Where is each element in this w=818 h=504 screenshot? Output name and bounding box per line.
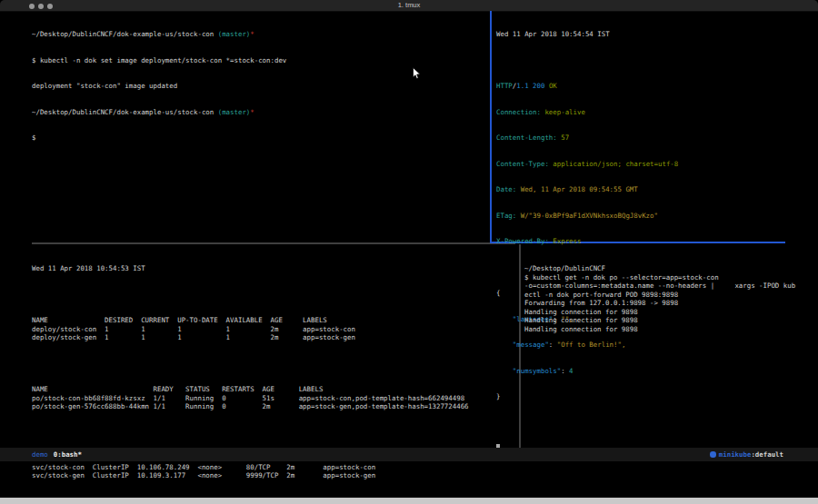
watch-timestamp: Wed 11 Apr 2018 10:54:53 IST: [32, 264, 514, 273]
git-branch: (master): [218, 108, 251, 116]
prompt-line: ~/Desktop/DublinCNCF/dok-example-us/stoc…: [32, 30, 482, 39]
header-name: Connection:: [496, 108, 541, 116]
git-branch: (master): [218, 30, 251, 38]
header-value: keep-alive: [544, 108, 585, 116]
window-tab[interactable]: 0:bash*: [54, 450, 82, 459]
kube-namespace: :default: [751, 450, 783, 459]
terminal-window: 1. tmux ~/Desktop/DublinCNCF/dok-example…: [0, 0, 818, 504]
pane-top-left[interactable]: ~/Desktop/DublinCNCF/dok-example-us/stoc…: [32, 13, 482, 160]
http-header: Content-Length:57: [496, 133, 783, 143]
json-value: 4: [569, 367, 573, 375]
session-name: demo: [32, 450, 48, 459]
status-right: minikube:default: [710, 448, 783, 461]
http-header: X-Powered-By:Express: [496, 237, 783, 246]
header-value: application/json; charset=utf-8: [553, 160, 678, 168]
header-name: ETag:: [496, 212, 516, 220]
prompt-symbol: $: [32, 133, 482, 143]
header-name: Date:: [496, 185, 516, 193]
header-name: Content-Type:: [496, 160, 549, 168]
prompt-path: ~/Desktop/DublinCNCF/dok-example-us/stoc…: [32, 108, 218, 116]
header-value: Express: [553, 237, 581, 245]
pods-table: NAME READY STATUS RESTARTS AGE LABELS po…: [32, 385, 514, 411]
title-bar: 1. tmux: [0, 0, 818, 12]
pane-top-right[interactable]: Wed 11 Apr 2018 10:54:54 IST HTTP/1.1 20…: [496, 13, 783, 470]
kubernetes-icon: [710, 451, 716, 458]
header-value: 57: [561, 133, 569, 142]
git-dirty-flag: *: [250, 108, 254, 116]
window-title: 1. tmux: [0, 0, 818, 11]
blank-line: [496, 419, 783, 428]
http-status-line: HTTP/1.1 200 OK: [496, 82, 783, 91]
blank-line: [32, 360, 514, 369]
blank-line: [496, 56, 783, 65]
port-forward-output: ~/Desktop/DublinCNCF $ kubectl get -n do…: [524, 264, 815, 333]
status-left: demo0:bash*: [32, 448, 82, 461]
http-version-code: 1.1 200: [516, 82, 549, 90]
http-reason: OK: [549, 82, 557, 90]
http-header: Content-Type:application/json; charset=u…: [496, 160, 783, 169]
kube-context: minikube: [719, 450, 752, 459]
prompt-line: ~/Desktop/DublinCNCF/dok-example-us/stoc…: [32, 108, 482, 117]
pane-bottom-right[interactable]: ~/Desktop/DublinCNCF $ kubectl get -n do…: [524, 247, 815, 351]
pane-border-horizontal: [32, 242, 515, 244]
blank-line: [32, 291, 514, 300]
tmux-status-bar: demo0:bash* minikube:default: [0, 448, 818, 461]
blank-line: [32, 429, 514, 438]
desktop-edge: [0, 498, 818, 504]
header-name: X-Powered-By:: [496, 237, 549, 245]
deployments-table: NAME DESIRED CURRENT UP-TO-DATE AVAILABL…: [32, 316, 514, 342]
mouse-cursor: [413, 66, 422, 84]
http-header: Connection:keep-alive: [496, 108, 783, 117]
http-header: ETag:W/"39-0xBPf9aF1dXVNkhsxoBQgJ8vKzo": [496, 212, 783, 221]
shell-timestamp: Wed 11 Apr 2018 10:54:54 IST: [496, 30, 783, 39]
json-close-brace: }: [496, 392, 783, 401]
json-key: "numsymbols": [513, 367, 561, 375]
http-header: Date:Wed, 11 Apr 2018 09:54:55 GMT: [496, 185, 783, 194]
header-name: Content-Length:: [496, 133, 557, 142]
active-pane-border-vertical: [490, 11, 492, 243]
header-value: Wed, 11 Apr 2018 09:54:55 GMT: [521, 185, 638, 193]
header-value: W/"39-0xBPf9aF1dXVNkhsxoBQgJ8vKzo": [521, 212, 658, 220]
git-dirty-flag: *: [250, 30, 254, 38]
json-separator: :: [561, 367, 569, 375]
prompt-path: ~/Desktop/DublinCNCF/dok-example-us/stoc…: [32, 30, 218, 38]
command-line: $ kubectl -n dok set image deployment/st…: [32, 56, 482, 65]
json-field: "numsymbols": 4: [496, 367, 783, 376]
http-protocol: HTTP: [496, 82, 513, 90]
